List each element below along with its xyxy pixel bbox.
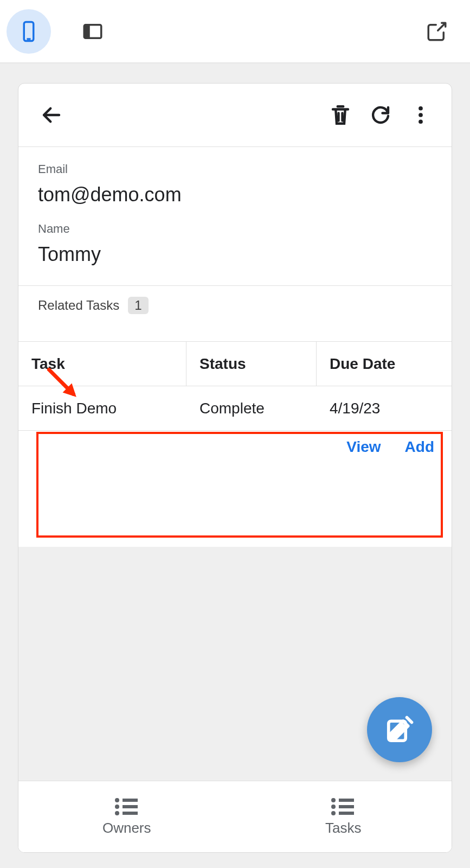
col-header-due: Due Date [317, 342, 452, 386]
name-label: Name [38, 222, 432, 236]
list-icon [114, 797, 140, 816]
svg-point-19 [331, 805, 336, 809]
nav-owners-label: Owners [102, 820, 151, 837]
bottom-nav: Owners Tasks [18, 781, 452, 852]
preview-area: Email tom@demo.com Name Tommy Related Ta… [0, 63, 470, 868]
cell-task: Finish Demo [18, 386, 186, 430]
arrow-left-icon [40, 104, 63, 126]
svg-point-6 [419, 119, 423, 124]
svg-point-17 [331, 798, 336, 802]
app-header [18, 84, 452, 147]
nav-owners[interactable]: Owners [18, 781, 235, 852]
svg-rect-16 [123, 812, 138, 815]
cell-status: Complete [186, 386, 317, 430]
email-label: Email [38, 162, 432, 176]
svg-rect-22 [339, 812, 354, 815]
name-field: Name Tommy [38, 207, 432, 266]
edit-icon [385, 715, 414, 744]
related-tasks-count: 1 [128, 297, 148, 314]
col-header-task: Task [18, 342, 186, 386]
table-row[interactable]: Finish Demo Complete 4/19/23 [18, 386, 452, 431]
tasks-table: Task Status Due Date Finish Demo Complet… [18, 341, 452, 431]
svg-rect-12 [123, 799, 138, 802]
svg-point-5 [419, 113, 423, 117]
trash-icon [329, 104, 352, 126]
cell-due: 4/19/23 [317, 386, 452, 430]
back-button[interactable] [31, 95, 72, 135]
more-vertical-icon [409, 104, 432, 126]
table-actions: View Add [18, 431, 452, 456]
edit-fab[interactable] [367, 697, 432, 762]
detail-section: Email tom@demo.com Name Tommy [18, 147, 452, 266]
svg-rect-3 [84, 24, 90, 38]
list-icon [330, 797, 356, 816]
preview-toolbar [0, 0, 470, 63]
col-header-status: Status [186, 342, 317, 386]
open-external-button[interactable] [415, 9, 459, 54]
nav-tasks[interactable]: Tasks [235, 781, 452, 852]
svg-rect-14 [123, 805, 138, 808]
refresh-button[interactable] [360, 95, 401, 135]
svg-point-21 [331, 811, 336, 815]
tablet-preview-button[interactable] [70, 9, 115, 54]
view-button[interactable]: View [346, 438, 381, 456]
open-external-icon [426, 20, 448, 43]
table-header-row: Task Status Due Date [18, 342, 452, 386]
svg-point-15 [115, 811, 119, 815]
svg-point-13 [115, 805, 119, 809]
refresh-icon [369, 104, 392, 126]
add-button[interactable]: Add [405, 438, 434, 456]
svg-rect-20 [339, 805, 354, 808]
delete-button[interactable] [320, 95, 360, 135]
related-tasks-label: Related Tasks [38, 298, 119, 313]
nav-tasks-label: Tasks [325, 820, 361, 837]
phone-icon [17, 20, 40, 43]
app-frame: Email tom@demo.com Name Tommy Related Ta… [18, 83, 452, 853]
svg-rect-18 [339, 799, 354, 802]
more-menu-button[interactable] [401, 95, 441, 135]
email-value: tom@demo.com [38, 183, 432, 206]
svg-point-4 [419, 106, 423, 111]
phone-preview-button[interactable] [7, 9, 51, 54]
name-value: Tommy [38, 242, 432, 266]
tablet-icon [81, 20, 104, 43]
related-tasks-header: Related Tasks 1 [18, 286, 452, 314]
svg-point-11 [115, 798, 119, 802]
email-field: Email tom@demo.com [38, 147, 432, 207]
